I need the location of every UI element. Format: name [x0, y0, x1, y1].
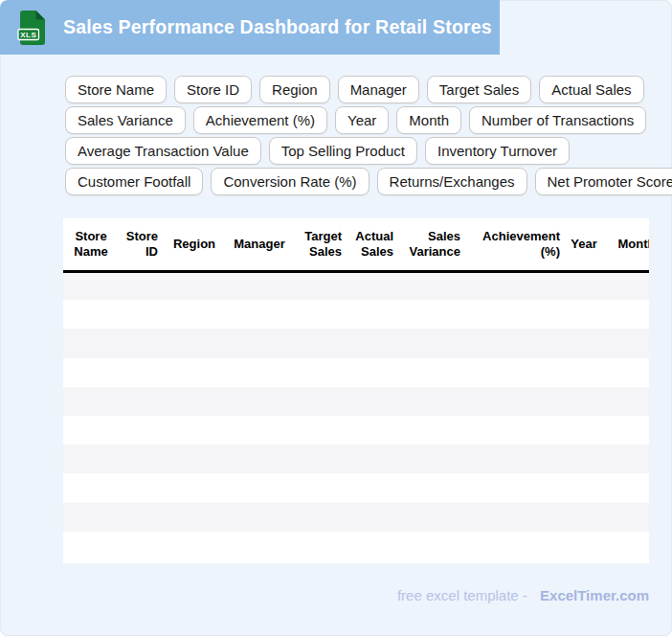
column-header: Month	[603, 218, 649, 271]
table-panel: Store NameStore IDRegionManagerTarget Sa…	[63, 218, 649, 563]
column-chip[interactable]: Manager	[338, 76, 419, 103]
column-chip[interactable]: Achievement (%)	[193, 106, 327, 134]
table-cell	[63, 387, 649, 416]
column-chip[interactable]: Top Selling Product	[269, 137, 417, 165]
column-chip[interactable]: Target Sales	[427, 76, 531, 103]
table-cell	[63, 444, 649, 473]
chip-row: Sales VarianceAchievement (%)YearMonthNu…	[65, 106, 672, 134]
column-chip[interactable]: Region	[259, 76, 330, 103]
column-header: Actual Sales	[347, 218, 398, 271]
column-header: Store ID	[119, 218, 163, 271]
table-row	[63, 300, 649, 329]
table-cell	[63, 271, 649, 300]
column-chip[interactable]: Year	[335, 106, 389, 134]
table-body	[63, 271, 649, 560]
table-cell	[63, 358, 649, 387]
table-row	[63, 329, 649, 357]
table-cell	[63, 416, 649, 444]
column-chip[interactable]: Returns/Exchanges	[377, 168, 527, 195]
table-row	[63, 416, 649, 444]
table-cell	[63, 503, 649, 532]
column-chip[interactable]: Net Promoter Score	[535, 168, 672, 195]
table-row	[63, 358, 649, 387]
column-chip[interactable]: Store ID	[174, 76, 252, 103]
column-header: Target Sales	[293, 218, 347, 271]
column-chip[interactable]: Store Name	[65, 76, 167, 103]
table-cell	[63, 473, 649, 502]
column-chip[interactable]: Average Transaction Value	[65, 137, 261, 165]
xls-badge-label: XLS	[20, 31, 36, 39]
column-header: Region	[163, 218, 226, 271]
footer: free excel template - ExcelTimer.com	[63, 587, 649, 603]
column-chips: Store NameStore IDRegionManagerTarget Sa…	[65, 76, 672, 195]
table-row	[63, 444, 649, 473]
column-chip[interactable]: Sales Variance	[65, 106, 186, 134]
column-header: Store Name	[63, 218, 119, 271]
table-row	[63, 532, 649, 560]
column-chip[interactable]: Inventory Turnover	[425, 137, 570, 165]
template-preview-card: XLS Sales Performance Dashboard for Reta…	[0, 0, 672, 636]
table-row	[63, 473, 649, 502]
sales-preview-table: Store NameStore IDRegionManagerTarget Sa…	[63, 218, 649, 560]
column-header: Year	[565, 218, 603, 271]
table-row	[63, 271, 649, 300]
column-chip[interactable]: Number of Transactions	[469, 106, 646, 134]
column-header: Manager	[226, 218, 293, 271]
page-title: Sales Performance Dashboard for Retail S…	[63, 16, 492, 38]
chip-row: Customer FootfallConversion Rate (%)Retu…	[65, 168, 672, 195]
table-cell	[63, 532, 649, 560]
chip-row: Store NameStore IDRegionManagerTarget Sa…	[65, 76, 672, 103]
table-row	[63, 503, 649, 532]
table-header: Store NameStore IDRegionManagerTarget Sa…	[63, 218, 649, 271]
column-chip[interactable]: Conversion Rate (%)	[211, 168, 369, 195]
footer-brand-link[interactable]: ExcelTimer.com	[540, 587, 649, 603]
table-cell	[63, 300, 649, 329]
header-bar: XLS Sales Performance Dashboard for Reta…	[0, 0, 500, 55]
column-header: Achievement (%)	[465, 218, 565, 271]
chip-row: Average Transaction ValueTop Selling Pro…	[65, 137, 672, 165]
column-chip[interactable]: Customer Footfall	[65, 168, 203, 195]
table-row	[63, 387, 649, 416]
column-chip[interactable]: Month	[396, 106, 461, 134]
table-cell	[63, 329, 649, 357]
footer-text: free excel template -	[397, 587, 527, 603]
column-header: Sales Variance	[398, 218, 465, 271]
xls-file-icon: XLS	[17, 10, 46, 46]
column-chip[interactable]: Actual Sales	[539, 76, 643, 103]
